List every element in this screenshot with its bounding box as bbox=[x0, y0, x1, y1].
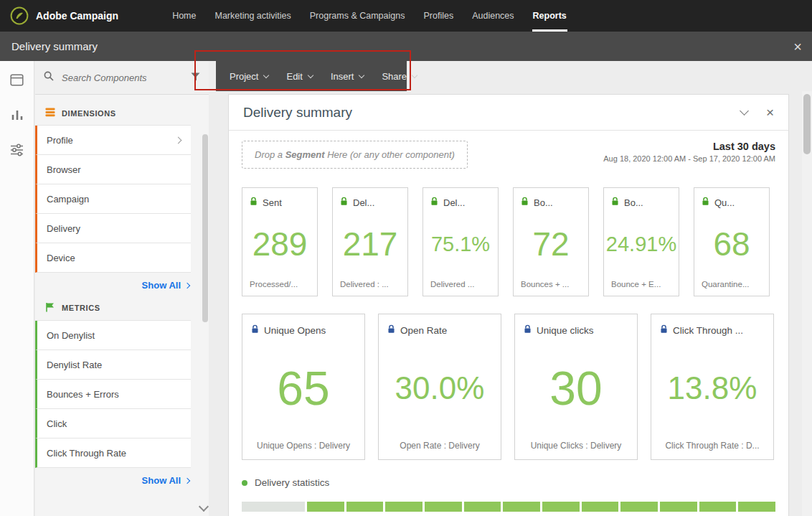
sidebar-scrollbar-thumb[interactable] bbox=[202, 134, 208, 322]
stats-header-cell bbox=[699, 502, 737, 512]
metric-item-on-denylist[interactable]: On Denylist bbox=[35, 321, 191, 350]
kpi-tile-delivered[interactable]: Del... 217 Delivered : ... bbox=[332, 187, 408, 296]
date-range-selector[interactable]: Last 30 days Aug 18, 2020 12:00 AM - Sep… bbox=[603, 141, 775, 163]
close-report-icon[interactable]: × bbox=[793, 39, 802, 54]
left-tool-rail bbox=[0, 61, 34, 516]
chevron-right-icon bbox=[175, 136, 182, 144]
chart-icon[interactable] bbox=[11, 109, 24, 123]
dimension-label: Profile bbox=[47, 135, 73, 146]
kpi-caption: Open Rate : Delivery bbox=[387, 441, 492, 451]
components-list: DIMENSIONS Profile Browser Campaign Deli… bbox=[35, 95, 209, 493]
sliders-icon[interactable] bbox=[10, 144, 24, 159]
kpi-tile-bounces[interactable]: Bo... 72 Bounces + ... bbox=[513, 187, 589, 296]
top-navigation: Adobe Campaign Home Marketing activities… bbox=[0, 0, 812, 32]
kpi-value: 289 bbox=[250, 208, 310, 280]
show-all-label: Show All bbox=[142, 280, 181, 291]
lock-icon bbox=[430, 197, 438, 208]
metric-item-click[interactable]: Click bbox=[35, 409, 191, 438]
menu-edit[interactable]: Edit bbox=[286, 71, 312, 82]
dimension-label: Delivery bbox=[47, 223, 80, 234]
dimensions-show-all-link[interactable]: Show All bbox=[35, 273, 191, 298]
dimensions-title: DIMENSIONS bbox=[62, 109, 116, 118]
metrics-icon bbox=[45, 302, 55, 314]
period-label: Last 30 days bbox=[603, 141, 775, 152]
filter-icon[interactable] bbox=[191, 71, 200, 84]
nav-item-audiences[interactable]: Audiences bbox=[463, 0, 523, 32]
nav-item-reports[interactable]: Reports bbox=[524, 0, 576, 32]
sidebar-scroll-down-icon[interactable] bbox=[199, 502, 209, 512]
period-range: Aug 18, 2020 12:00 AM - Sep 17, 2020 12:… bbox=[603, 154, 775, 163]
nav-item-home[interactable]: Home bbox=[163, 0, 205, 32]
chevron-down-icon bbox=[359, 72, 364, 78]
metric-item-click-through-rate[interactable]: Click Through Rate bbox=[35, 438, 191, 468]
kpi-label: Unique Opens bbox=[264, 325, 326, 336]
segment-drop-zone[interactable]: Drop a Segment Here (or any other compon… bbox=[242, 141, 468, 169]
adobe-campaign-logo bbox=[10, 6, 29, 25]
nav-item-programs-campaigns[interactable]: Programs & Campaigns bbox=[301, 0, 415, 32]
close-card-icon[interactable]: × bbox=[766, 105, 774, 119]
lock-icon bbox=[387, 324, 395, 336]
dimensions-icon bbox=[45, 108, 55, 118]
menu-share[interactable]: Share bbox=[382, 71, 417, 82]
layout-icon[interactable] bbox=[10, 74, 24, 89]
collapse-chevron-icon[interactable] bbox=[740, 106, 749, 116]
report-title: Delivery summary bbox=[0, 40, 98, 52]
kpi-tile-unique-clicks[interactable]: Unique clicks 30 Unique Clicks : Deliver… bbox=[514, 314, 638, 460]
kpi-row-1: Sent 289 Processed/... Del... 217 Delive… bbox=[242, 187, 775, 296]
menu-project[interactable]: Project bbox=[230, 71, 268, 82]
kpi-caption: Quarantine... bbox=[702, 280, 762, 289]
metrics-show-all-link[interactable]: Show All bbox=[35, 468, 191, 493]
main-scrollbar-thumb[interactable] bbox=[803, 94, 811, 154]
metric-item-bounces-errors[interactable]: Bounces + Errors bbox=[35, 380, 191, 409]
lock-icon bbox=[702, 197, 709, 208]
metrics-section-header: METRICS bbox=[35, 298, 191, 320]
nav-item-marketing-activities[interactable]: Marketing activities bbox=[205, 0, 300, 32]
statistics-title: Delivery statistics bbox=[255, 477, 329, 488]
menu-label: Share bbox=[382, 71, 407, 82]
kpi-label: Del... bbox=[353, 197, 374, 208]
chevron-down-icon bbox=[412, 72, 417, 78]
dimension-item-browser[interactable]: Browser bbox=[35, 155, 191, 184]
kpi-value: 30.0% bbox=[387, 336, 492, 441]
sidebar-scrollbar[interactable] bbox=[202, 97, 208, 499]
dimension-item-device[interactable]: Device bbox=[35, 243, 191, 273]
stats-header-cell bbox=[307, 502, 344, 512]
kpi-tile-quarantine[interactable]: Qu... 68 Quarantine... bbox=[694, 187, 770, 296]
lock-icon bbox=[611, 197, 619, 208]
metric-label: Click bbox=[47, 418, 67, 429]
kpi-tile-bounce-rate[interactable]: Bo... 24.91% Bounce + E... bbox=[603, 187, 679, 296]
kpi-label: Sent bbox=[263, 197, 282, 208]
kpi-value: 24.91% bbox=[611, 208, 671, 280]
menu-label: Project bbox=[230, 71, 258, 82]
stats-corner-cell bbox=[242, 502, 305, 512]
kpi-tile-delivered-rate[interactable]: Del... 75.1% Delivered ... bbox=[422, 187, 499, 296]
dimension-label: Device bbox=[47, 253, 75, 263]
kpi-caption: Delivered ... bbox=[430, 280, 491, 289]
metric-item-denylist-rate[interactable]: Denylist Rate bbox=[35, 350, 191, 380]
kpi-value: 13.8% bbox=[660, 336, 765, 441]
kpi-tile-click-through-rate[interactable]: Click Through ... 13.8% Click Through Ra… bbox=[651, 314, 774, 460]
kpi-tile-unique-opens[interactable]: Unique Opens 65 Unique Opens : Delivery bbox=[242, 314, 365, 460]
report-workspace: Project Edit Insert Share Delivery summa… bbox=[209, 61, 812, 516]
dimensions-list: Profile Browser Campaign Delivery Device bbox=[35, 125, 191, 273]
main-scrollbar[interactable] bbox=[802, 91, 812, 516]
dimension-item-campaign[interactable]: Campaign bbox=[35, 184, 191, 214]
stats-header-cell bbox=[660, 502, 697, 512]
kpi-label: Qu... bbox=[714, 197, 735, 208]
dimension-item-profile[interactable]: Profile bbox=[35, 126, 191, 155]
chevron-down-icon bbox=[263, 72, 269, 78]
metric-label: On Denylist bbox=[47, 330, 95, 341]
stats-header-cell bbox=[582, 502, 619, 512]
kpi-value: 217 bbox=[340, 208, 400, 280]
stats-header-cell bbox=[464, 502, 501, 512]
kpi-tile-open-rate[interactable]: Open Rate 30.0% Open Rate : Delivery bbox=[378, 314, 501, 460]
kpi-tile-sent[interactable]: Sent 289 Processed/... bbox=[242, 187, 318, 296]
kpi-value: 75.1% bbox=[430, 208, 491, 280]
kpi-label: Click Through ... bbox=[673, 325, 743, 336]
dimension-item-delivery[interactable]: Delivery bbox=[35, 214, 191, 243]
nav-item-profiles[interactable]: Profiles bbox=[414, 0, 463, 32]
search-input[interactable] bbox=[60, 72, 184, 84]
menu-insert[interactable]: Insert bbox=[331, 71, 364, 82]
card-header: Delivery summary × bbox=[229, 95, 788, 131]
kpi-row-2: Unique Opens 65 Unique Opens : Delivery … bbox=[242, 314, 775, 460]
